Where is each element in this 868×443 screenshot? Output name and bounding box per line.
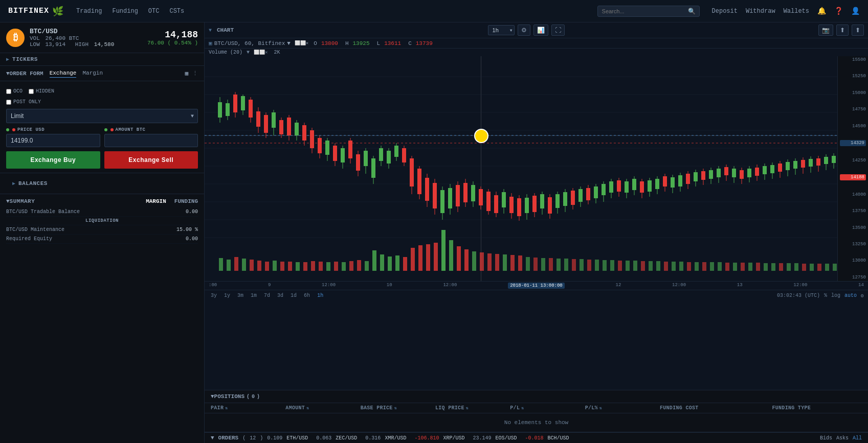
oco-checkbox-label[interactable]: OCO [6,88,23,94]
post-only-checkbox-label[interactable]: POST ONLY [6,97,198,109]
deposit-button[interactable]: Deposit [712,8,738,15]
period-1h[interactable]: 1h [315,292,325,299]
svg-rect-15 [226,103,230,116]
chart-indicator-icon[interactable]: 📊 [533,25,548,36]
chart-upload-icon[interactable]: ⬆ [836,25,849,36]
amount-input[interactable] [104,134,198,147]
search-input[interactable] [597,6,700,17]
svg-rect-210 [449,240,453,271]
order-type-select[interactable]: Limit Market Stop Trailing Stop Fill or … [6,109,198,123]
tickers-section-header[interactable]: ▶ TICKERS [0,53,204,66]
period-1y[interactable]: 1y [222,292,232,299]
th-pl-sort-icon[interactable]: ⇅ [521,406,524,410]
maintenance-value: 15.00 % [176,227,198,232]
withdraw-button[interactable]: Withdraw [746,8,775,15]
hidden-checkbox[interactable] [29,89,34,94]
th-base-price: BASE PRICE ⇅ [361,405,435,411]
tradable-balance-row: BTC/USD Tradable Balance 0.00 [6,207,198,217]
price-amount-row: PRICE USD AMOUNT BTC [6,127,198,147]
chart-camera-icon[interactable]: 📷 [818,25,833,36]
post-only-checkbox[interactable] [6,100,11,105]
user-icon[interactable]: 👤 [851,7,860,15]
chart-upload2-icon[interactable]: ⬆ [852,25,864,36]
price-input[interactable] [6,134,100,147]
amount-field-label: AMOUNT BTC [116,127,146,132]
asks-filter[interactable]: Asks [836,435,849,441]
period-7d[interactable]: 7d [262,292,272,299]
th-amount-sort-icon[interactable]: ⇅ [306,406,309,410]
period-log[interactable]: log [831,293,840,298]
period-3y[interactable]: 3y [209,292,219,299]
nav-funding[interactable]: Funding [112,8,138,15]
period-auto[interactable]: auto [844,293,857,298]
svg-rect-89 [509,197,514,213]
chart-settings-icon[interactable]: ⚙ [518,25,530,36]
tab-margin[interactable]: Margin [82,69,103,78]
svg-rect-217 [503,254,507,271]
balances-header[interactable]: ▶ BALANCES [6,177,198,190]
nav-trading[interactable]: Trading [76,8,102,15]
summary-tab-funding[interactable]: FUNDING [174,198,198,204]
svg-rect-235 [641,261,645,271]
tab-exchange[interactable]: Exchange [50,69,77,78]
menu-icon[interactable]: ⋮ [192,70,198,77]
period-1m[interactable]: 1m [249,292,259,299]
period-settings-icon[interactable]: ⚙ [861,293,864,299]
equity-label: Required Equity [6,236,52,242]
period-right: 03:02:43 (UTC) % log auto ⚙ [777,293,864,299]
time-1200-2: 12:00 [443,283,457,289]
svg-rect-23 [256,111,260,127]
exchange-sell-button[interactable]: Exchange Sell [104,151,198,169]
svg-rect-197 [349,261,353,271]
th-pair-sort-icon[interactable]: ⇅ [225,406,228,410]
period-pct[interactable]: % [824,293,827,298]
positions-empty: No elements to show [205,413,868,432]
bids-filter[interactable]: Bids [820,435,832,441]
svg-rect-37 [310,130,314,148]
search-icon: 🔍 [688,7,696,15]
high-label: HIGH [75,41,88,48]
summary-title: SUMMARY [10,198,35,204]
orders-caret-icon: ▼ [211,435,214,441]
nav-csts[interactable]: CSTs [169,8,184,15]
chart-camera-icons: 📷 ⬆ ⬆ [818,25,864,36]
bottom-panel: ▼ POSITIONS ( 0 ) PAIR ⇅ AMOUNT [205,390,868,443]
th-plpct-sort-icon[interactable]: ⇅ [599,406,602,410]
svg-rect-186 [265,262,269,271]
chart-dropdown-icon[interactable]: ▼ [287,40,291,46]
header-right: Deposit Withdraw Wallets 🔔 ❓ 👤 [712,7,860,15]
price-dot-icon [6,128,9,131]
nav-otc[interactable]: OTC [148,8,160,15]
timeframe-select[interactable]: 1h 15m 30m 4h 1d [488,25,515,35]
svg-rect-247 [733,263,737,271]
hidden-checkbox-label[interactable]: HIDDEN [29,88,54,94]
exchange-buy-button[interactable]: Exchange Buy [6,151,100,169]
period-3m[interactable]: 3m [235,292,246,299]
oco-checkbox[interactable] [6,89,11,94]
amount-dot-icon [104,128,107,131]
wallets-button[interactable]: Wallets [784,8,809,15]
chart-toggle-icon[interactable]: ▼ [209,28,212,33]
all-filter[interactable]: All [853,435,862,441]
help-icon[interactable]: ❓ [834,7,843,15]
orders-items-list: 0.109 ETH/USD 0.063 ZEC/USD 0.316 XMR/US… [267,435,569,441]
svg-rect-188 [280,262,284,271]
period-3d[interactable]: 3d [275,292,285,299]
svg-rect-246 [725,263,729,271]
th-liq-sort-icon[interactable]: ⇅ [466,406,469,410]
svg-rect-185 [257,261,261,271]
svg-rect-256 [802,264,806,271]
order-pair-2: XMR/USD [385,435,406,441]
order-item-0: 0.109 ETH/USD [267,435,308,441]
period-6h[interactable]: 6h [302,292,312,299]
bell-icon[interactable]: 🔔 [817,7,826,15]
period-1d[interactable]: 1d [288,292,299,299]
svg-rect-41 [325,141,329,155]
ohlc-h-label: H [345,40,349,46]
table-icon[interactable]: ▦ [185,70,188,77]
summary-tab-margin[interactable]: MARGIN [146,198,166,204]
th-base-sort-icon[interactable]: ⇅ [394,406,397,410]
volume-dropdown-icon[interactable]: ▼ [247,50,250,55]
header: BITFINEX 🌿 Trading Funding OTC CSTs 🔍 De… [0,0,868,22]
chart-fullscreen-icon[interactable]: ⛶ [551,25,565,36]
